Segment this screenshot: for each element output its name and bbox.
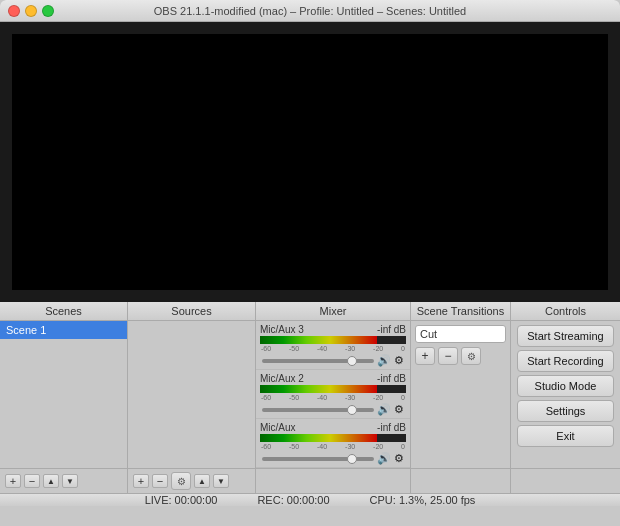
track1-db: -inf dB — [377, 324, 406, 335]
live-label: LIVE: — [145, 494, 172, 506]
window-controls — [8, 5, 54, 17]
mixer-track-1: Mic/Aux 3 -inf dB -60 -50 -40 -30 — [256, 321, 410, 370]
mixer-track-2: Mic/Aux 2 -inf dB -60 -50 -40 -30 — [256, 370, 410, 419]
transition-remove-button[interactable]: − — [438, 347, 458, 365]
titlebar: OBS 21.1.1-modified (mac) – Profile: Unt… — [0, 0, 620, 22]
scene-up-button[interactable]: ▲ — [43, 474, 59, 488]
track3-name: Mic/Aux — [260, 422, 296, 433]
window-title: OBS 21.1.1-modified (mac) – Profile: Unt… — [154, 5, 466, 17]
exit-button[interactable]: Exit — [517, 425, 614, 447]
transitions-panel: Scene Transitions Cut Fade Swipe + − ⚙ — [411, 302, 511, 468]
scene-down-button[interactable]: ▼ — [62, 474, 78, 488]
source-add-button[interactable]: + — [133, 474, 149, 488]
panels-row: Scenes Scene 1 Sources Mixer Mic/Aux 3 — [0, 302, 620, 468]
transition-gear-button[interactable]: ⚙ — [461, 347, 481, 365]
sources-header: Sources — [128, 302, 255, 321]
transition-select-row: Cut Fade Swipe — [415, 325, 506, 343]
transition-select[interactable]: Cut Fade Swipe — [415, 325, 506, 343]
transition-buttons: + − ⚙ — [415, 347, 506, 365]
controls-content: Start Streaming Start Recording Studio M… — [511, 321, 620, 451]
track2-meter — [260, 385, 406, 393]
track2-gear-icon[interactable]: ⚙ — [394, 403, 404, 416]
track2-name: Mic/Aux 2 — [260, 373, 304, 384]
mixer-content: Mic/Aux 3 -inf dB -60 -50 -40 -30 — [256, 321, 410, 468]
track3-gear-icon[interactable]: ⚙ — [394, 452, 404, 465]
mixer-header: Mixer — [256, 302, 410, 321]
controls-footer — [511, 469, 620, 493]
preview-area — [0, 22, 620, 302]
app-window: OBS 21.1.1-modified (mac) – Profile: Unt… — [0, 0, 620, 526]
transitions-header: Scene Transitions — [411, 302, 510, 321]
scene-remove-button[interactable]: − — [24, 474, 40, 488]
live-time: 00:00:00 — [175, 494, 218, 506]
track3-meter — [260, 434, 406, 442]
track3-mute-icon[interactable]: 🔊 — [377, 452, 391, 465]
start-streaming-button[interactable]: Start Streaming — [517, 325, 614, 347]
mixer-panel: Mixer Mic/Aux 3 -inf dB -60 — [256, 302, 411, 468]
panels-footers: + − ▲ ▼ + − ⚙ ▲ ▼ — [0, 468, 620, 493]
source-down-button[interactable]: ▼ — [213, 474, 229, 488]
transition-add-button[interactable]: + — [415, 347, 435, 365]
scenes-header: Scenes — [0, 302, 127, 321]
statusbar: LIVE: 00:00:00 REC: 00:00:00 CPU: 1.3%, … — [0, 493, 620, 506]
scenes-footer: + − ▲ ▼ — [0, 469, 128, 493]
live-status: LIVE: 00:00:00 — [145, 494, 218, 506]
track3-db: -inf dB — [377, 422, 406, 433]
controls-panel: Controls Start Streaming Start Recording… — [511, 302, 620, 468]
transitions-content: Cut Fade Swipe + − ⚙ — [411, 321, 510, 369]
source-remove-button[interactable]: − — [152, 474, 168, 488]
track1-meter — [260, 336, 406, 344]
mixer-track-3: Mic/Aux -inf dB -60 -50 -40 -30 -2 — [256, 419, 410, 468]
controls-header: Controls — [511, 302, 620, 321]
sources-footer: + − ⚙ ▲ ▼ — [128, 469, 256, 493]
scenes-panel: Scenes Scene 1 — [0, 302, 128, 468]
start-recording-button[interactable]: Start Recording — [517, 350, 614, 372]
track2-mute-icon[interactable]: 🔊 — [377, 403, 391, 416]
transitions-footer — [411, 469, 511, 493]
scene-item-1[interactable]: Scene 1 — [0, 321, 127, 339]
track1-mute-icon[interactable]: 🔊 — [377, 354, 391, 367]
settings-button[interactable]: Settings — [517, 400, 614, 422]
rec-time: 00:00:00 — [287, 494, 330, 506]
mixer-footer — [256, 469, 411, 493]
close-button[interactable] — [8, 5, 20, 17]
rec-label: REC: — [257, 494, 283, 506]
track2-db: -inf dB — [377, 373, 406, 384]
scenes-content: Scene 1 — [0, 321, 127, 468]
sources-content — [128, 321, 255, 468]
studio-mode-button[interactable]: Studio Mode — [517, 375, 614, 397]
rec-status: REC: 00:00:00 — [257, 494, 329, 506]
source-up-button[interactable]: ▲ — [194, 474, 210, 488]
source-gear-button[interactable]: ⚙ — [171, 472, 191, 490]
preview-canvas — [12, 34, 608, 290]
track1-name: Mic/Aux 3 — [260, 324, 304, 335]
minimize-button[interactable] — [25, 5, 37, 17]
maximize-button[interactable] — [42, 5, 54, 17]
sources-panel: Sources — [128, 302, 256, 468]
bottom-section: Scenes Scene 1 Sources Mixer Mic/Aux 3 — [0, 302, 620, 500]
track1-gear-icon[interactable]: ⚙ — [394, 354, 404, 367]
cpu-status: CPU: 1.3%, 25.00 fps — [370, 494, 476, 506]
scene-add-button[interactable]: + — [5, 474, 21, 488]
